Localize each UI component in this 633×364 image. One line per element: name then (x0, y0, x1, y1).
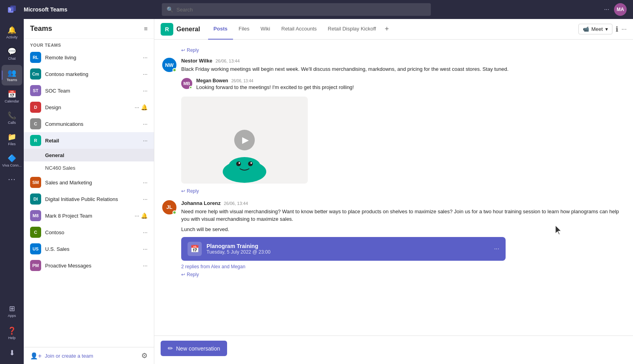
team-more-icon[interactable]: ··· (135, 212, 139, 219)
team-more-icon[interactable]: ··· (143, 179, 148, 186)
sidebar-title: Teams (30, 25, 52, 33)
team-item-mark8[interactable]: M8 Mark 8 Project Team ··· 🔔 (24, 207, 154, 224)
team-avatar: R (30, 135, 41, 146)
svg-point-4 (229, 157, 260, 174)
nav-item-activity[interactable]: 🔔 Activity (2, 22, 22, 43)
team-more-icon[interactable]: ··· (143, 246, 148, 252)
teal-character (217, 148, 272, 184)
sidebar: Teams ≡ Your teams RL Remote living ··· … (24, 19, 154, 364)
user-avatar[interactable]: MA (614, 3, 627, 16)
nav-item-help[interactable]: ❓ Help (2, 323, 22, 343)
team-name: Proactive Messages (45, 263, 143, 269)
team-item-contoso-marketing[interactable]: Cm Contoso marketing ··· (24, 66, 154, 82)
team-more-icon[interactable]: ··· (143, 87, 148, 94)
team-item-digital-initiative[interactable]: DI Digital Initiative Public Relations ·… (24, 191, 154, 207)
nav-item-viva[interactable]: 🔷 Viva Conn... (2, 150, 22, 171)
nav-item-files[interactable]: 📁 Files (2, 129, 22, 150)
chevron-down-icon: ▾ (605, 26, 608, 32)
svg-point-5 (236, 161, 241, 166)
team-name: Contoso (45, 229, 143, 235)
team-avatar: C (30, 227, 41, 238)
team-more-icon[interactable]: ··· (143, 262, 148, 269)
author-johanna: Johanna Lorenz (181, 200, 221, 206)
team-item-soc-team[interactable]: ST SOC Team ··· (24, 82, 154, 99)
search-input[interactable] (176, 7, 426, 13)
nav-more-btn[interactable]: ··· (2, 172, 22, 186)
filter-icon[interactable]: ≡ (144, 25, 148, 32)
team-item-communications[interactable]: C Communications ··· (24, 116, 154, 132)
event-more-icon[interactable]: ··· (494, 245, 499, 252)
team-avatar: RL (30, 52, 41, 63)
new-conversation-btn[interactable]: ✏ New conversation (161, 341, 227, 356)
tab-wiki[interactable]: Wiki (255, 19, 276, 40)
team-name: SOC Team (45, 88, 143, 94)
reply-link-msg2[interactable]: ↩ Reply (181, 269, 625, 280)
team-more-icon[interactable]: ··· (143, 137, 148, 144)
team-name: Communications (45, 121, 143, 127)
channel-item-general[interactable]: General (24, 149, 154, 161)
nav-item-apps[interactable]: ⊞ Apps (2, 301, 22, 321)
settings-icon[interactable]: ⚙ (141, 351, 148, 360)
team-avatar: D (30, 102, 41, 113)
team-name: Sales and Marketing (45, 180, 143, 186)
tab-posts[interactable]: Posts (208, 19, 233, 40)
apps-icon: ⊞ (9, 304, 15, 313)
nested-content-megan: Megan Bowen 26/06, 13:44 Looking forward… (196, 78, 354, 90)
event-card[interactable]: 📅 Planogram Training Tuesday, 5 July 202… (181, 237, 506, 261)
message-block-johanna: JL Johanna Lorenz 26/06, 13:44 Need more… (162, 200, 625, 280)
nav-item-teams[interactable]: 👥 Teams (2, 65, 22, 85)
tab-retail-accounts[interactable]: Retail Accounts (276, 19, 322, 40)
nav-item-calls[interactable]: 📞 Calls (2, 108, 22, 128)
chat-icon: 💬 (8, 47, 16, 56)
meet-button[interactable]: 📹 Meet ▾ (578, 24, 612, 34)
channel-item-nc460-sales[interactable]: NC460 Sales (24, 161, 154, 174)
nav-item-download[interactable]: ⬇ (2, 345, 22, 361)
replies-link[interactable]: 2 replies from Alex and Megan (181, 264, 625, 269)
nested-message-megan: MB Megan Bowen 26/06, 13:44 Looking forw… (181, 78, 625, 90)
team-list: RL Remote living ··· Cm Contoso marketin… (24, 49, 154, 347)
info-icon[interactable]: ℹ (616, 25, 618, 34)
team-more-icon[interactable]: ··· (143, 121, 148, 127)
search-bar[interactable]: 🔍 (162, 3, 431, 16)
media-placeholder: ▶ (181, 97, 308, 184)
team-name: Contoso marketing (45, 71, 143, 77)
team-name: Retail (45, 138, 143, 144)
more-options-icon[interactable]: ··· (622, 26, 627, 33)
team-item-design[interactable]: D Design ··· 🔔 (24, 99, 154, 116)
top-more-icon[interactable]: ··· (604, 6, 609, 13)
tab-retail-display[interactable]: Retail Display Kickoff (322, 19, 382, 40)
team-more-icon[interactable]: ··· (143, 196, 148, 202)
team-more-icon[interactable]: ··· (135, 104, 139, 110)
team-avatar: ST (30, 85, 41, 96)
team-item-contoso[interactable]: C Contoso ··· (24, 224, 154, 241)
reply-link-msg1[interactable]: ↩ Reply (162, 187, 625, 200)
text-johanna-2: Lunch will be served. (181, 226, 625, 233)
event-icon: 📅 (188, 242, 202, 256)
team-more-icon[interactable]: ··· (143, 54, 148, 61)
reply-link-top[interactable]: ↩ Reply (162, 46, 625, 58)
avatar-megan: MB (181, 78, 192, 89)
team-avatar: SM (30, 177, 41, 188)
tab-files[interactable]: Files (233, 19, 255, 40)
team-more-icon[interactable]: ··· (143, 71, 148, 77)
sidebar-header: Teams ≡ (24, 19, 154, 39)
join-team-btn[interactable]: 👤+ Join or create a team (30, 352, 93, 360)
team-item-retail[interactable]: R Retail ··· (24, 132, 154, 149)
nav-item-calendar[interactable]: 📅 Calendar (2, 86, 22, 107)
team-item-sales-marketing[interactable]: SM Sales and Marketing ··· (24, 174, 154, 191)
play-button[interactable]: ▶ (234, 130, 255, 150)
nested-author-megan: Megan Bowen (196, 78, 228, 83)
author-nestor: Nestor Wilke (181, 58, 212, 64)
bell-icon: 🔔 (141, 104, 148, 110)
team-item-us-sales[interactable]: US U.S. Sales ··· (24, 241, 154, 257)
svg-point-6 (248, 161, 253, 166)
team-item-remote-living[interactable]: RL Remote living ··· (24, 49, 154, 66)
nav-item-chat[interactable]: 💬 Chat (2, 44, 22, 64)
add-tab-btn[interactable]: + (381, 19, 392, 40)
edit-icon: ✏ (168, 345, 173, 352)
event-subtitle: Tuesday, 5 July 2022 @ 23:00 (207, 249, 494, 255)
video-icon: 📹 (583, 26, 589, 32)
team-more-icon[interactable]: ··· (143, 229, 148, 235)
your-teams-label: Your teams (24, 39, 154, 49)
team-item-proactive-messages[interactable]: PM Proactive Messages ··· (24, 257, 154, 274)
